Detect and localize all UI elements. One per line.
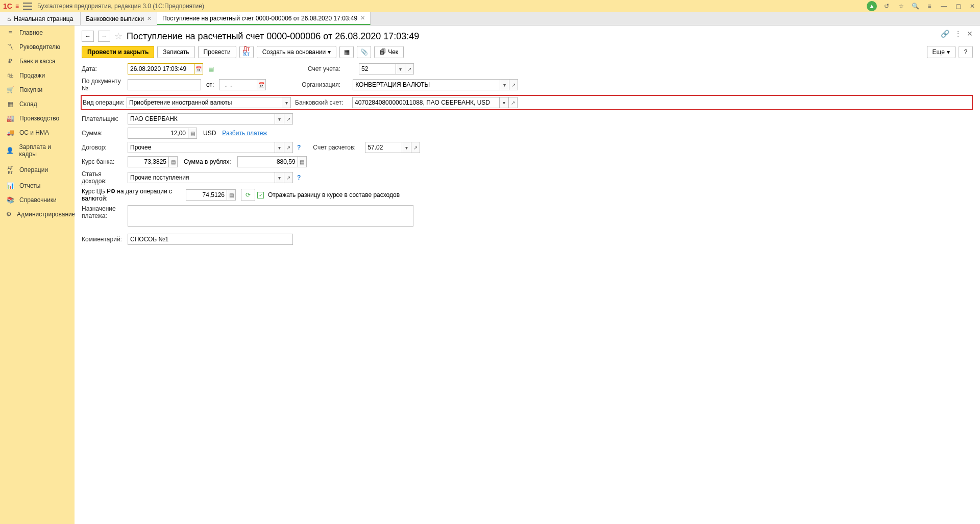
income-article-label: Статья доходов: bbox=[82, 170, 126, 185]
structure-button[interactable]: ▦ bbox=[339, 46, 354, 58]
bankrate-label: Курс банка: bbox=[82, 158, 126, 165]
sidebar-item-ruk[interactable]: 〽Руководителю bbox=[0, 40, 75, 54]
check-button[interactable]: 🗐Чек bbox=[374, 46, 404, 58]
bag-icon: 🛍 bbox=[6, 72, 14, 79]
post-button[interactable]: Провести bbox=[198, 46, 236, 58]
nav-forward-button[interactable]: → bbox=[98, 31, 110, 42]
sumrub-label: Сумма в рублях: bbox=[184, 158, 231, 165]
tab-bank-statements[interactable]: Банковские выписки ✕ bbox=[81, 12, 157, 25]
open-icon[interactable]: ↗ bbox=[508, 97, 518, 108]
bars-icon: 📊 bbox=[6, 182, 14, 189]
dropdown-icon[interactable]: ▾ bbox=[275, 142, 284, 153]
person-icon: 👤 bbox=[6, 147, 14, 154]
link-icon[interactable]: 🔗 bbox=[941, 30, 949, 38]
dropdown-icon[interactable]: ▾ bbox=[396, 63, 405, 74]
menu-button[interactable] bbox=[23, 3, 32, 10]
org-field[interactable] bbox=[353, 79, 500, 90]
dropdown-icon[interactable]: ▾ bbox=[282, 97, 291, 108]
calc-icon[interactable]: ▤ bbox=[188, 128, 197, 139]
dogovor-field[interactable] bbox=[128, 142, 275, 153]
sidebar-item-buy[interactable]: 🛒Покупки bbox=[0, 83, 75, 97]
purpose-field[interactable] bbox=[128, 205, 413, 227]
calcacc-field[interactable] bbox=[365, 142, 402, 153]
favorites-icon[interactable]: ☆ bbox=[896, 2, 905, 11]
docnum-field[interactable] bbox=[128, 79, 201, 90]
open-icon[interactable]: ↗ bbox=[284, 172, 293, 183]
cart-icon: 🛒 bbox=[6, 86, 14, 93]
history-icon[interactable]: ↺ bbox=[882, 2, 891, 11]
refresh-button[interactable]: ⟳ bbox=[241, 189, 255, 201]
sidebar-item-os[interactable]: 🚚ОС и НМА bbox=[0, 126, 75, 140]
dropdown-icon[interactable]: ▾ bbox=[500, 79, 509, 90]
factory-icon: 🏭 bbox=[6, 115, 14, 122]
dogovor-label: Договор: bbox=[82, 144, 126, 151]
help-button[interactable]: ? bbox=[959, 46, 973, 58]
from-date-field[interactable] bbox=[219, 79, 257, 90]
minimize-icon[interactable]: — bbox=[939, 2, 948, 11]
write-button[interactable]: Записать bbox=[157, 46, 194, 58]
split-payment-link[interactable]: Разбить платеж bbox=[222, 130, 267, 137]
comment-field[interactable] bbox=[128, 234, 293, 245]
sumrub-field[interactable] bbox=[237, 156, 298, 167]
create-based-button[interactable]: Создать на основании▾ bbox=[257, 46, 337, 58]
sidebar-item-oper[interactable]: ДтКтОперации bbox=[0, 161, 75, 179]
sidebar-item-main[interactable]: ≡Главное bbox=[0, 26, 75, 40]
dropdown-icon[interactable]: ▾ bbox=[275, 113, 284, 124]
open-icon[interactable]: ↗ bbox=[405, 63, 414, 74]
open-icon[interactable]: ↗ bbox=[284, 113, 293, 124]
calc-icon[interactable]: ▤ bbox=[168, 156, 178, 167]
box-icon: ▦ bbox=[6, 101, 14, 108]
sum-field[interactable] bbox=[128, 128, 188, 139]
calendar-icon[interactable]: 📅 bbox=[194, 63, 203, 74]
close-panel-icon[interactable]: ✕ bbox=[967, 30, 973, 38]
kebab-icon[interactable]: ⋮ bbox=[954, 30, 962, 38]
sidebar-item-admin[interactable]: ⚙Администрирование bbox=[0, 207, 75, 221]
calendar-icon[interactable]: 📅 bbox=[257, 79, 266, 90]
dropdown-icon[interactable]: ▾ bbox=[499, 97, 508, 108]
optype-field[interactable] bbox=[127, 97, 282, 108]
open-icon[interactable]: ↗ bbox=[411, 142, 420, 153]
sidebar-item-reports[interactable]: 📊Отчеты bbox=[0, 179, 75, 193]
more-button[interactable]: Еще▾ bbox=[927, 46, 955, 58]
help-icon[interactable]: ? bbox=[297, 144, 301, 151]
money-icon: ₽ bbox=[6, 58, 14, 65]
account-field[interactable] bbox=[359, 63, 396, 74]
attach-button[interactable]: 📎 bbox=[357, 46, 371, 58]
settings-icon[interactable]: ≡ bbox=[925, 2, 934, 11]
dropdown-icon[interactable]: ▾ bbox=[275, 172, 284, 183]
payer-field[interactable] bbox=[128, 113, 275, 124]
sidebar-item-sales[interactable]: 🛍Продажи bbox=[0, 68, 75, 83]
income-article-field[interactable] bbox=[128, 172, 275, 183]
dtkt-button[interactable]: ДтКт bbox=[239, 46, 254, 58]
notifications-icon[interactable]: ▲ bbox=[867, 1, 877, 11]
star-icon[interactable]: ☆ bbox=[114, 31, 122, 42]
tab-receipt-doc[interactable]: Поступление на расчетный счет 0000-00000… bbox=[157, 12, 371, 25]
bankrate-field[interactable] bbox=[128, 156, 168, 167]
nav-back-button[interactable]: ← bbox=[82, 31, 94, 42]
dropdown-icon[interactable]: ▾ bbox=[402, 142, 411, 153]
sidebar-item-ref[interactable]: 📚Справочники bbox=[0, 193, 75, 207]
open-icon[interactable]: ↗ bbox=[509, 79, 518, 90]
tab-close-icon[interactable]: ✕ bbox=[147, 15, 152, 22]
close-icon[interactable]: ✕ bbox=[968, 2, 977, 11]
bankacc-field[interactable] bbox=[352, 97, 499, 108]
tab-home[interactable]: ⌂ Начальная страница bbox=[0, 12, 81, 25]
search-icon[interactable]: 🔍 bbox=[911, 2, 920, 11]
sidebar-item-stock[interactable]: ▦Склад bbox=[0, 97, 75, 111]
receipt-icon: 🗐 bbox=[380, 48, 386, 56]
calc-icon[interactable]: ▤ bbox=[227, 189, 236, 201]
sidebar-item-prod[interactable]: 🏭Производство bbox=[0, 111, 75, 126]
open-icon[interactable]: ↗ bbox=[284, 142, 293, 153]
maximize-icon[interactable]: ▢ bbox=[953, 2, 963, 11]
tab-close-icon[interactable]: ✕ bbox=[360, 15, 365, 21]
help-icon[interactable]: ? bbox=[297, 174, 301, 181]
cbrate-field[interactable] bbox=[186, 189, 227, 201]
sidebar-item-bank[interactable]: ₽Банк и касса bbox=[0, 54, 75, 68]
comment-label: Комментарий: bbox=[82, 236, 126, 243]
post-and-close-button[interactable]: Провести и закрыть bbox=[82, 46, 154, 58]
chart-icon: 〽 bbox=[6, 43, 14, 51]
sidebar-item-zp[interactable]: 👤Зарплата и кадры bbox=[0, 140, 75, 161]
calc-icon[interactable]: ▤ bbox=[298, 156, 307, 167]
reflect-checkbox[interactable]: ✓ bbox=[257, 192, 264, 198]
date-field[interactable] bbox=[128, 63, 194, 74]
